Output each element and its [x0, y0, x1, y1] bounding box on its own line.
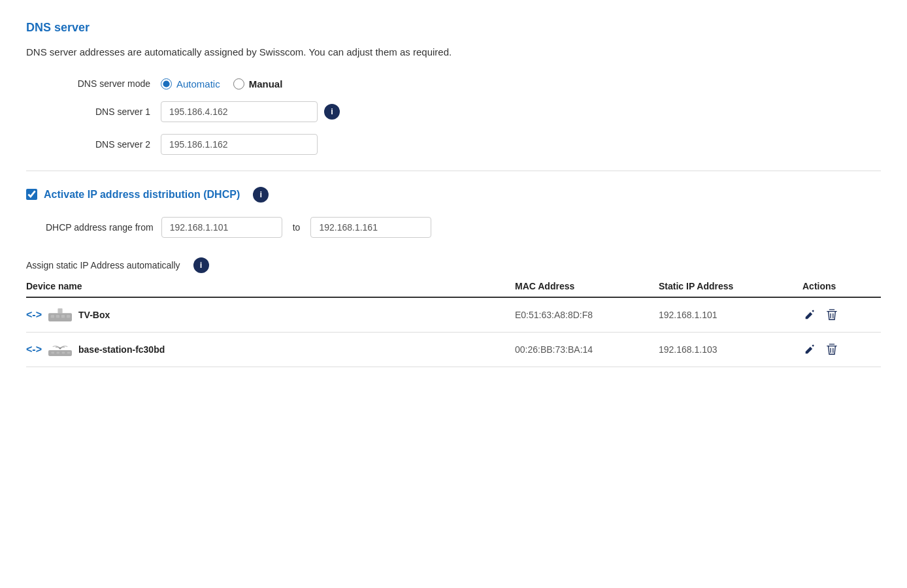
static-ip-info-icon[interactable]: i: [193, 257, 209, 273]
dhcp-info-icon[interactable]: i: [253, 187, 269, 203]
actions-cell-basestation: [802, 342, 881, 357]
svg-rect-13: [67, 351, 71, 353]
dns1-info-icon[interactable]: i: [324, 104, 340, 120]
mac-cell-basestation: 00:26:BB:73:BA:14: [515, 344, 659, 355]
dns-section: DNS server DNS server addresses are auto…: [26, 21, 881, 155]
table-row: <-> TV-Box E0:51:63:A8:8D:F8 192.168.1.1…: [26, 298, 881, 333]
static-ip-title: Assign static IP Address automatically: [26, 260, 180, 270]
mac-cell-tvbox: E0:51:63:A8:8D:F8: [515, 310, 659, 320]
device-name-basestation: base-station-fc30bd: [78, 344, 165, 355]
dhcp-range-to-input[interactable]: [310, 217, 431, 238]
svg-rect-5: [58, 308, 62, 313]
svg-rect-2: [56, 315, 59, 318]
dns1-input[interactable]: [161, 101, 318, 122]
dns-description: DNS server addresses are automatically a…: [26, 45, 881, 60]
svg-rect-10: [52, 351, 55, 353]
arrows-icon-basestation: <->: [26, 344, 42, 355]
table-row: <-> base-station-fc30bd 00:26:BB:73:BA:1…: [26, 333, 881, 367]
dns-mode-automatic-option[interactable]: Automatic: [161, 78, 220, 90]
edit-button-tvbox[interactable]: [802, 308, 817, 322]
dhcp-range-row: DHCP address range from to: [46, 217, 881, 238]
dns-mode-row: DNS server mode Automatic Manual: [26, 78, 881, 90]
dns-mode-label: DNS server mode: [26, 78, 150, 89]
col-actions-header: Actions: [802, 281, 881, 291]
dns1-row: DNS server 1 i: [26, 101, 881, 122]
wifi-router-icon-basestation: [48, 342, 72, 357]
static-ip-header: Assign static IP Address automatically i: [26, 257, 881, 273]
dns-mode-manual-radio[interactable]: [233, 78, 244, 90]
static-ip-section: Assign static IP Address automatically i…: [26, 257, 881, 367]
static-ip-cell-tvbox: 192.168.1.101: [659, 310, 802, 320]
dhcp-activate-row: Activate IP address distribution (DHCP) …: [26, 187, 881, 203]
dns-mode-manual-label[interactable]: Manual: [249, 78, 283, 90]
dns2-row: DNS server 2: [26, 134, 881, 155]
svg-rect-4: [67, 315, 70, 318]
edit-icon-tvbox: [804, 309, 816, 321]
dns-mode-manual-option[interactable]: Manual: [233, 78, 283, 90]
edit-button-basestation[interactable]: [802, 342, 817, 357]
dns-section-title: DNS server: [26, 21, 881, 35]
delete-button-basestation[interactable]: [825, 342, 839, 357]
svg-rect-3: [61, 315, 65, 318]
col-mac-header: MAC Address: [515, 281, 659, 291]
arrows-icon-tvbox: <->: [26, 309, 42, 321]
dhcp-activate-checkbox[interactable]: [26, 189, 37, 200]
dhcp-range-to-text: to: [290, 222, 303, 233]
device-name-tvbox: TV-Box: [78, 310, 110, 320]
dhcp-activate-label[interactable]: Activate IP address distribution (DHCP): [44, 189, 240, 201]
dhcp-range-from-input[interactable]: [161, 217, 282, 238]
dns1-label: DNS server 1: [26, 106, 150, 117]
dns2-input[interactable]: [161, 134, 318, 155]
delete-button-tvbox[interactable]: [825, 307, 839, 323]
svg-rect-11: [57, 351, 60, 353]
dhcp-range-label: DHCP address range from: [46, 222, 154, 233]
col-device-header: Device name: [26, 281, 515, 291]
trash-icon-basestation: [826, 343, 838, 356]
dhcp-section: Activate IP address distribution (DHCP) …: [26, 187, 881, 238]
static-ip-table-header: Device name MAC Address Static IP Addres…: [26, 281, 881, 298]
device-cell-basestation: <-> base-station-fc30bd: [26, 342, 515, 357]
router-icon-tvbox: [48, 308, 72, 322]
dns2-label: DNS server 2: [26, 139, 150, 150]
trash-icon-tvbox: [826, 308, 838, 321]
device-cell-tvbox: <-> TV-Box: [26, 308, 515, 322]
edit-icon-basestation: [804, 344, 816, 355]
static-ip-cell-basestation: 192.168.1.103: [659, 344, 802, 355]
dns-mode-radio-group: Automatic Manual: [161, 78, 282, 90]
dns-mode-automatic-radio[interactable]: [161, 78, 172, 90]
col-static-ip-header: Static IP Address: [659, 281, 802, 291]
dns-divider: [26, 171, 881, 171]
actions-cell-tvbox: [802, 307, 881, 323]
dns-mode-automatic-label[interactable]: Automatic: [176, 78, 220, 90]
svg-point-9: [59, 347, 61, 349]
svg-rect-12: [62, 351, 65, 353]
svg-rect-1: [51, 315, 54, 318]
